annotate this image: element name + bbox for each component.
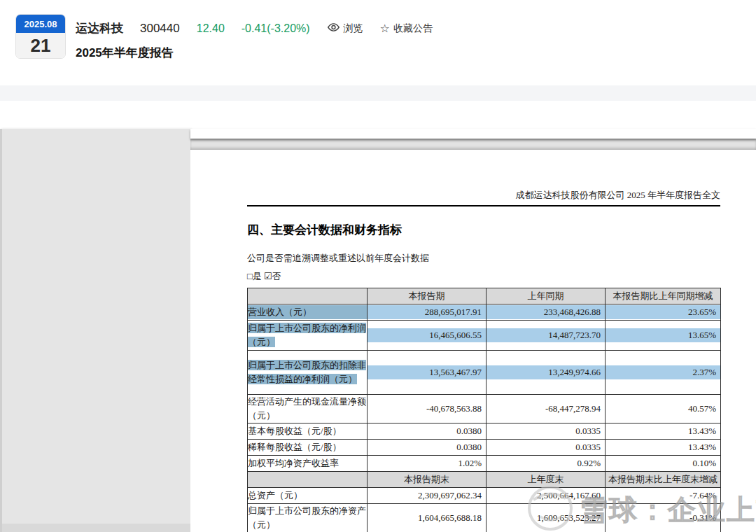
financial-indicators-table: 本报告期 上年同期 本报告期比上年同期增减 营业收入（元） 288,695,01… [247, 288, 721, 532]
report-page-header: 成都运达科技股份有限公司 2025 年半年度报告全文 [247, 189, 720, 206]
row-label: 稀释每股收益（元/股） [248, 440, 368, 456]
cell-value: -7.64% [606, 489, 720, 503]
stock-name[interactable]: 运达科技 [76, 20, 123, 36]
table-header-row: 本报告期末 上年度末 本报告期末比上年度末增减 [248, 472, 721, 488]
pdf-page: 成都运达科技股份有限公司 2025 年半年度报告全文 四、主要会计数据和财务指标… [190, 150, 756, 532]
pdf-previous-page-bottom [190, 129, 756, 139]
table-row: 经营活动产生的现金流量净额（元） -40,678,563.88 -68,447,… [248, 395, 721, 424]
cell-value: 14,487,723.70 [486, 328, 605, 342]
col-header: 本报告期末 [368, 472, 486, 488]
browse-button[interactable]: 浏览 [327, 22, 363, 35]
section-title: 四、主要会计数据和财务指标 [247, 222, 720, 238]
row-label: 归属于上市公司股东的扣除非经常性损益的净利润（元） [248, 360, 366, 384]
stock-code[interactable]: 300440 [140, 22, 180, 36]
table-row: 加权平均净资产收益率 1.02% 0.92% 0.10% [248, 456, 721, 472]
date-day: 21 [16, 33, 65, 59]
cell-value: 40.57% [606, 402, 720, 416]
favorite-button[interactable]: ☆ 收藏公告 [380, 22, 433, 35]
col-header: 本报告期末比上年度末增减 [606, 472, 721, 488]
row-label: 经营活动产生的现金流量净额（元） [248, 395, 368, 424]
cell-value: 13.43% [606, 440, 720, 454]
table-row: 归属于上市公司股东的扣除非经常性损益的净利润（元） 13,563,467.97 … [248, 351, 721, 395]
pdf-page-separator [190, 139, 756, 150]
cell-value: 16,465,606.55 [368, 328, 486, 342]
stock-price: 12.40 [197, 22, 225, 35]
row-label: 总资产（元） [248, 488, 368, 504]
date-badge: 2025.08 21 [15, 14, 66, 59]
cell-value: 13.65% [606, 328, 720, 342]
cell-value: 233,468,426.88 [486, 305, 605, 319]
cell-value: -0.31% [606, 511, 720, 525]
cell-value: 0.92% [486, 456, 605, 470]
table-row: 基本每股收益（元/股） 0.0380 0.0335 13.43% [248, 424, 721, 440]
cell-value: 2.37% [606, 365, 720, 379]
cell-value: 1,604,665,688.18 [368, 511, 486, 525]
table-row: 总资产（元） 2,309,697,062.34 2,500,664,167.60… [248, 488, 721, 504]
cell-value: 1.02% [368, 456, 486, 470]
row-label: 基本每股收益（元/股） [248, 424, 368, 440]
cell-value: 2,500,664,167.60 [486, 489, 605, 503]
cell-value: 0.0335 [486, 440, 605, 454]
row-label: 营业收入（元） [248, 305, 367, 319]
cell-value: -68,447,278.94 [486, 402, 605, 416]
table-row: 稀释每股收益（元/股） 0.0380 0.0335 13.43% [248, 440, 721, 456]
table-row: 营业收入（元） 288,695,017.91 233,468,426.88 23… [248, 304, 721, 321]
star-icon: ☆ [380, 22, 390, 35]
stock-info-row: 运达科技 300440 12.40 -0.41(-3.20%) 浏览 ☆ 收藏公… [76, 20, 433, 36]
cell-value: 2,309,697,062.34 [368, 489, 486, 503]
cell-value: 0.0335 [486, 424, 605, 438]
pdf-page-container[interactable]: 成都运达科技股份有限公司 2025 年半年度报告全文 四、主要会计数据和财务指标… [190, 129, 756, 532]
cell-value: 13,563,467.97 [368, 365, 486, 379]
cell-value: 13,249,974.66 [486, 365, 605, 379]
table-row: 归属于上市公司股东的净利润（元） 16,465,606.55 14,487,72… [248, 321, 721, 351]
favorite-label: 收藏公告 [393, 22, 433, 35]
cell-value: 23.65% [606, 305, 720, 319]
table-row: 归属于上市公司股东的净资产（元） 1,604,665,688.18 1,609,… [248, 504, 721, 532]
col-header: 本报告期 [368, 288, 486, 304]
restate-question: 公司是否需追溯调整或重述以前年度会计数据 [247, 252, 720, 265]
announcement-title: 2025年半年度报告 [76, 45, 433, 61]
cell-value: 1,609,653,523.27 [486, 511, 605, 525]
announcement-header: 2025.08 21 运达科技 300440 12.40 -0.41(-3.20… [0, 0, 756, 85]
pdf-viewer: 成都运达科技股份有限公司 2025 年半年度报告全文 四、主要会计数据和财务指标… [0, 101, 756, 532]
stock-change: -0.41(-3.20%) [241, 22, 310, 35]
col-header: 上年度末 [486, 472, 606, 488]
cell-value: 0.10% [606, 456, 720, 470]
col-header: 本报告期比上年同期增减 [606, 288, 721, 304]
page-background-band [0, 85, 756, 101]
table-header-row: 本报告期 上年同期 本报告期比上年同期增减 [248, 288, 721, 304]
row-label: 加权平均净资产收益率 [248, 456, 368, 472]
date-month: 2025.08 [16, 15, 65, 33]
cell-value: 0.0380 [368, 424, 486, 438]
thumbnail-panel[interactable] [0, 129, 190, 532]
restate-answer: □是 ☑否 [247, 270, 720, 283]
cell-value: 0.0380 [368, 440, 486, 454]
cell-value: 13.43% [606, 424, 720, 438]
col-header: 上年同期 [486, 288, 606, 304]
cell-value: 288,695,017.91 [368, 305, 486, 319]
pdf-toolbar [0, 101, 756, 129]
eye-icon [327, 22, 340, 34]
row-label: 归属于上市公司股东的净资产（元） [248, 504, 368, 532]
browse-label: 浏览 [344, 22, 363, 35]
cell-value: -40,678,563.88 [368, 402, 486, 416]
row-label: 归属于上市公司股东的净利润（元） [248, 323, 366, 347]
